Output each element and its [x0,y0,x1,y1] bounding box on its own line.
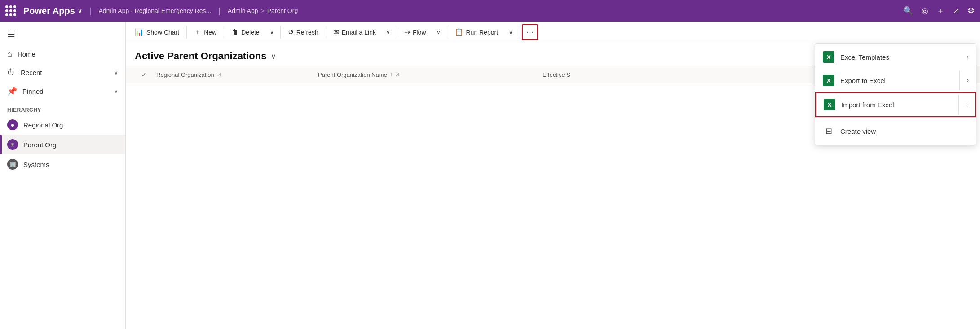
email-chevron-button[interactable]: ∨ [382,25,395,39]
regional-org-col-label: Regional Organization [156,71,214,78]
export-excel-chevron-icon: › [967,77,969,83]
parent-org-filter-icon[interactable]: ⊿ [395,71,400,78]
topbar-separator: | [89,6,92,16]
show-chart-icon: 📊 [135,28,144,36]
app-breadcrumb-long[interactable]: Admin App - Regional Emergency Res... [99,7,212,14]
dropdown-item-import-from-excel[interactable]: X Import from Excel › [815,92,976,117]
sidebar-item-pinned[interactable]: 📌 Pinned ∨ [0,82,125,101]
home-icon: ⌂ [7,49,12,59]
checkmark-icon: ✓ [141,71,146,78]
view-title: Active Parent Organizations [135,50,266,62]
sidebar-item-regional-org[interactable]: ● Regional Org [0,115,125,135]
create-view-label: Create view [840,127,876,135]
import-excel-chevron-icon: › [966,101,968,108]
show-chart-button[interactable]: 📊 Show Chart [129,25,185,39]
dropdown-item-export-to-excel[interactable]: X Export to Excel › [815,69,976,92]
refresh-icon: ↺ [288,28,294,36]
breadcrumb-sep: > [261,7,265,14]
circle-icon[interactable]: ◎ [921,6,928,16]
hierarchy-section-label: Hierarchy [0,101,125,115]
create-view-icon: ⊟ [822,125,835,137]
search-icon[interactable]: 🔍 [903,6,913,16]
dropdown-divider [815,118,976,118]
topbar: Power Apps ∨ | Admin App - Regional Emer… [0,0,980,22]
email-link-button[interactable]: ✉ Email a Link [328,25,381,39]
parent-org-icon: ⊞ [7,139,18,150]
gear-icon[interactable]: ⚙ [967,6,975,16]
run-report-button[interactable]: 📋 Run Report [449,25,504,39]
new-button[interactable]: ＋ New [189,25,222,39]
app-chevron-icon: ∨ [78,8,82,14]
toolbar-divider-2 [224,26,224,39]
flow-chevron-button[interactable]: ∨ [433,25,445,39]
sidebar-item-recent-label: Recent [21,69,42,76]
sidebar-item-systems[interactable]: 🏢 Systems [0,154,125,174]
delete-button[interactable]: 🗑 Delete [226,26,265,39]
parent-org-sort-icon[interactable]: ↑ [390,71,393,78]
sidebar-item-systems-label: Systems [23,161,49,168]
run-report-icon: 📋 [455,28,464,36]
sidebar-item-regional-org-label: Regional Org [23,121,63,129]
recent-icon: ⏱ [7,68,15,77]
sidebar-item-parent-org[interactable]: ⊞ Parent Org [0,135,125,154]
regional-org-icon: ● [7,119,18,130]
toolbar-divider-1 [186,26,187,39]
toolbar-divider-4 [326,26,326,39]
filter-icon[interactable]: ⊿ [953,6,959,16]
excel-templates-icon: X [822,51,835,63]
app-name[interactable]: Power Apps ∨ [23,6,82,16]
toolbar-divider-7 [519,26,519,39]
email-link-icon: ✉ [333,28,339,36]
pinned-icon: 📌 [7,86,17,96]
topbar-actions: 🔍 ◎ ＋ ⊿ ⚙ [903,5,975,16]
systems-icon: 🏢 [7,159,18,170]
view-title-chevron-icon[interactable]: ∨ [271,52,276,61]
delete-icon: 🗑 [231,28,238,36]
dropdown-item-create-view[interactable]: ⊟ Create view [815,119,976,143]
breadcrumb-app[interactable]: Admin App [228,7,258,14]
import-excel-icon: X [823,98,836,111]
recent-chevron-icon: ∨ [114,70,118,76]
more-options-button[interactable]: ··· [522,24,538,40]
excel-templates-label: Excel Templates [840,53,889,61]
toolbar: 📊 Show Chart ＋ New 🗑 Delete ∨ ↺ Refresh … [126,22,980,43]
excel-templates-chevron-icon: › [967,54,969,60]
item-separator2 [958,95,959,114]
effective-s-col-label: Effective S [543,71,570,78]
delete-chevron-button[interactable]: ∨ [266,25,278,39]
pinned-chevron-icon: ∨ [114,88,118,94]
toolbar-divider-3 [280,26,281,39]
regional-org-filter-icon[interactable]: ⊿ [217,71,221,78]
export-excel-label: Export to Excel [840,77,886,84]
waffle-icon[interactable] [5,5,16,16]
topbar-separator2: | [218,6,221,16]
main-layout: ☰ ⌂ Home ⏱ Recent ∨ 📌 Pinned ∨ Hierarchy… [0,22,980,329]
toolbar-divider-6 [447,26,447,39]
sidebar-item-pinned-label: Pinned [22,88,44,95]
breadcrumb-nav: Admin App > Parent Org [228,7,298,14]
new-icon: ＋ [194,27,201,37]
dropdown-menu: X Excel Templates › X Export to Excel › … [815,43,976,145]
sidebar-item-home-label: Home [18,50,35,58]
hamburger-menu[interactable]: ☰ [0,23,125,45]
table-col-regional-org: Regional Organization ⊿ [153,71,314,78]
sidebar-item-recent[interactable]: ⏱ Recent ∨ [0,63,125,82]
flow-button[interactable]: ⇢ Flow [399,25,432,39]
sidebar-item-parent-org-label: Parent Org [23,141,56,149]
toolbar-divider-5 [397,26,397,39]
item-separator [959,70,960,90]
parent-org-name-col-label: Parent Organization Name [318,71,387,78]
sidebar-item-home[interactable]: ⌂ Home [0,45,125,63]
plus-icon[interactable]: ＋ [936,5,945,16]
flow-icon: ⇢ [404,28,410,36]
table-col-check: ✓ [135,71,153,78]
breadcrumb-page: Parent Org [267,7,298,14]
dropdown-item-excel-templates[interactable]: X Excel Templates › [815,45,976,69]
run-report-chevron-button[interactable]: ∨ [504,25,517,39]
import-excel-label: Import from Excel [841,101,894,109]
export-excel-icon: X [822,74,835,87]
table-col-parent-org-name: Parent Organization Name ↑ ⊿ [314,71,539,78]
sidebar: ☰ ⌂ Home ⏱ Recent ∨ 📌 Pinned ∨ Hierarchy… [0,22,126,329]
refresh-button[interactable]: ↺ Refresh [283,25,324,39]
content-area: 📊 Show Chart ＋ New 🗑 Delete ∨ ↺ Refresh … [126,22,980,329]
